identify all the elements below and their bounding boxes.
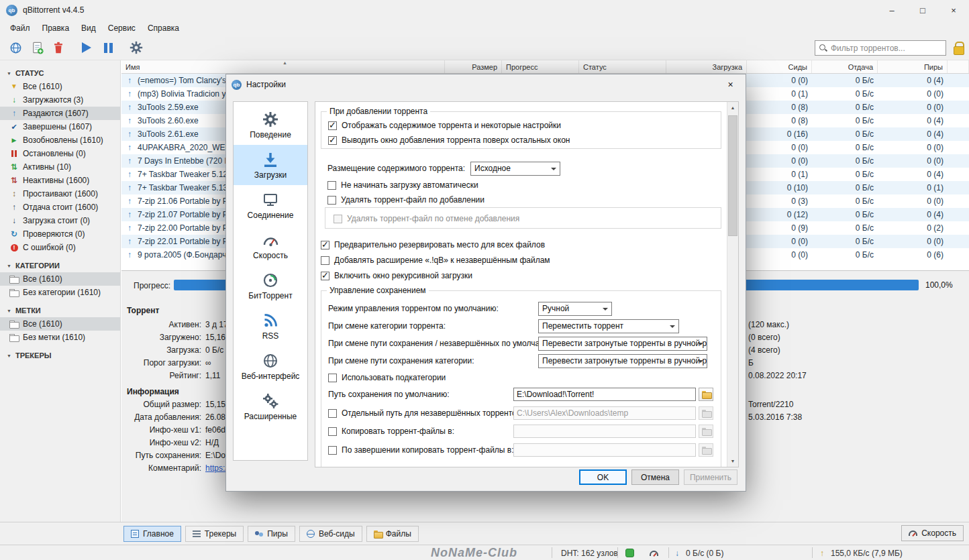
- menu-tools[interactable]: Сервис: [102, 21, 142, 35]
- maximize-button[interactable]: □: [907, 0, 938, 20]
- behavior-gear-icon: [262, 110, 278, 128]
- column-header-status[interactable]: Статус: [579, 60, 666, 73]
- sidebar-category-uncategorized[interactable]: Без категории (1610): [0, 286, 120, 299]
- speed-widget-button[interactable]: Скорость: [901, 525, 964, 541]
- dialog-close-button[interactable]: ×: [715, 74, 746, 95]
- sidebar-status-stalled-uploading[interactable]: Отдача стоит (1600): [0, 201, 120, 214]
- preallocate-checkbox[interactable]: [321, 241, 329, 249]
- sidebar-status-downloading[interactable]: Загружаются (3): [0, 93, 120, 107]
- keep-on-top-checkbox[interactable]: [328, 136, 337, 145]
- add-torrent-link-button[interactable]: [5, 38, 26, 57]
- settings-nav-bittorrent[interactable]: БитТоррент: [234, 266, 307, 306]
- column-header-download[interactable]: Загрузка: [666, 60, 747, 73]
- delete-torrent-file-checkbox[interactable]: [327, 196, 336, 205]
- menu-edit[interactable]: Правка: [36, 21, 76, 35]
- column-header-seeds[interactable]: Сиды: [747, 60, 812, 73]
- torrent-section-title: Торрент: [127, 306, 159, 315]
- pause-button[interactable]: [98, 38, 118, 57]
- scroll-down-button[interactable]: ▼: [727, 455, 738, 467]
- upload-arrow-icon: ↑: [820, 549, 824, 558]
- connection-status-icon[interactable]: [625, 549, 634, 557]
- subcategories-checkbox[interactable]: [328, 374, 337, 382]
- toolbar: [0, 36, 969, 60]
- sidebar-item-label: Проверяются (0): [23, 229, 85, 239]
- copy-torrent-checkbox[interactable]: [328, 427, 337, 436]
- menu-file[interactable]: Файл: [4, 21, 36, 35]
- column-header-name[interactable]: Имя▲: [121, 60, 445, 73]
- minimize-button[interactable]: –: [876, 0, 907, 20]
- settings-nav-connection[interactable]: Соединение: [234, 185, 307, 225]
- tab-general[interactable]: Главное: [123, 526, 181, 542]
- dialog-titlebar: qb Настройки: [226, 74, 746, 95]
- sidebar-status-all[interactable]: Все (1610): [0, 80, 120, 93]
- browse-save-path-button[interactable]: [699, 388, 713, 401]
- incomplete-path-checkbox[interactable]: [328, 409, 337, 418]
- folder-icon: [702, 447, 711, 454]
- tab-webseeds[interactable]: Веб-сиды: [299, 526, 362, 542]
- options-button[interactable]: [126, 38, 146, 57]
- sidebar-status-seeding[interactable]: Раздаются (1607): [0, 107, 120, 120]
- categories-section-header[interactable]: ▼КАТЕГОРИИ: [0, 258, 120, 272]
- torrent-filter-input[interactable]: [831, 44, 941, 53]
- incomplete-extension-checkbox[interactable]: [321, 256, 329, 265]
- sidebar-status-checking[interactable]: Проверяются (0): [0, 227, 120, 241]
- scrollbar-thumb[interactable]: [728, 115, 737, 236]
- category-changed-select[interactable]: Переместить торрент: [538, 319, 679, 333]
- settings-nav-advanced[interactable]: Расширенные: [234, 386, 307, 427]
- settings-nav-downloads[interactable]: Загрузки: [234, 145, 307, 185]
- settings-nav-speed[interactable]: Скорость: [234, 225, 307, 266]
- save-path-changed-select[interactable]: Перевести затронутые торренты в ручной р: [538, 337, 707, 351]
- sidebar-status-inactive[interactable]: Неактивны (1600): [0, 174, 120, 187]
- add-torrent-file-button[interactable]: [27, 38, 47, 57]
- default-save-path-input[interactable]: [513, 388, 696, 401]
- column-header-size[interactable]: Размер: [445, 60, 502, 73]
- tab-peers[interactable]: Пиры: [248, 526, 295, 542]
- column-header-upload[interactable]: Отдача: [812, 60, 878, 73]
- tags-section-header[interactable]: ▼МЕТКИ: [0, 303, 120, 317]
- settings-nav-webui[interactable]: Веб-интерфейс: [234, 346, 307, 386]
- category-path-changed-select[interactable]: Перевести затронутые торренты в ручной р: [538, 354, 707, 368]
- apply-button: Применить: [684, 469, 737, 485]
- tab-trackers[interactable]: Трекеры: [185, 526, 244, 542]
- progress-value: 100,0%: [925, 280, 953, 290]
- recursive-download-checkbox[interactable]: [321, 272, 329, 280]
- sidebar-tag-all[interactable]: Все (1610): [0, 317, 120, 331]
- menubar: Файл Правка Вид Сервис Справка: [0, 20, 969, 36]
- tab-files[interactable]: Файлы: [366, 526, 419, 542]
- menu-view[interactable]: Вид: [75, 21, 102, 35]
- alt-speed-icon[interactable]: [650, 551, 658, 556]
- dont-start-automatically-checkbox[interactable]: [327, 181, 336, 190]
- sidebar-status-stalled[interactable]: Простаивают (1600): [0, 187, 120, 201]
- sidebar-category-all[interactable]: Все (1610): [0, 272, 120, 286]
- seeding-state-icon: [125, 211, 134, 219]
- content-layout-select[interactable]: Исходное: [470, 162, 560, 176]
- status-section-header[interactable]: ▼СТАТУС: [0, 66, 120, 80]
- delete-torrent-button[interactable]: [48, 38, 68, 57]
- sidebar-status-completed[interactable]: Завершены (1607): [0, 120, 120, 133]
- trackers-section-header[interactable]: ▼ТРЕКЕРЫ: [0, 348, 120, 362]
- sidebar-tag-untagged[interactable]: Без метки (1610): [0, 331, 120, 344]
- close-button[interactable]: ×: [938, 0, 969, 20]
- scroll-up-button[interactable]: ▲: [727, 102, 738, 113]
- seeding-state-icon: [125, 197, 134, 205]
- resumed-icon: [9, 137, 19, 144]
- sidebar-status-errored[interactable]: С ошибкой (0): [0, 241, 120, 254]
- sidebar-status-stalled-downloading[interactable]: Загрузка стоит (0): [0, 214, 120, 227]
- settings-nav-rss[interactable]: RSS: [234, 306, 307, 346]
- lock-icon[interactable]: [954, 42, 963, 54]
- cancel-button[interactable]: Отмена: [631, 469, 679, 485]
- noname-club-watermark: NoNaMe-Club: [431, 546, 517, 560]
- sidebar-status-stopped[interactable]: Остановлены (0): [0, 147, 120, 160]
- column-header-peers[interactable]: Пиры: [878, 60, 948, 73]
- sidebar-status-active[interactable]: Активны (10): [0, 160, 120, 174]
- settings-nav-behavior[interactable]: Поведение: [234, 105, 307, 145]
- resume-button[interactable]: [76, 38, 97, 57]
- tmm-select[interactable]: Ручной: [538, 302, 612, 316]
- show-torrent-content-checkbox[interactable]: [328, 121, 337, 130]
- copy-finished-checkbox[interactable]: [328, 446, 337, 455]
- peers-tab-icon: [255, 530, 263, 538]
- sidebar-status-resumed[interactable]: Возобновлены (1610): [0, 133, 120, 147]
- menu-help[interactable]: Справка: [142, 21, 185, 35]
- column-header-progress[interactable]: Прогресс: [502, 60, 579, 73]
- ok-button[interactable]: OK: [579, 469, 627, 485]
